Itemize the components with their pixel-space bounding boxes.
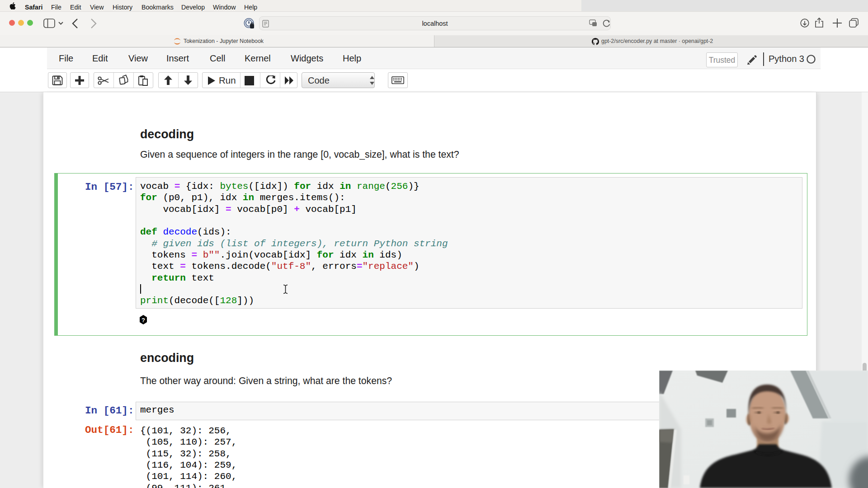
svg-text:?: ? bbox=[142, 317, 145, 324]
